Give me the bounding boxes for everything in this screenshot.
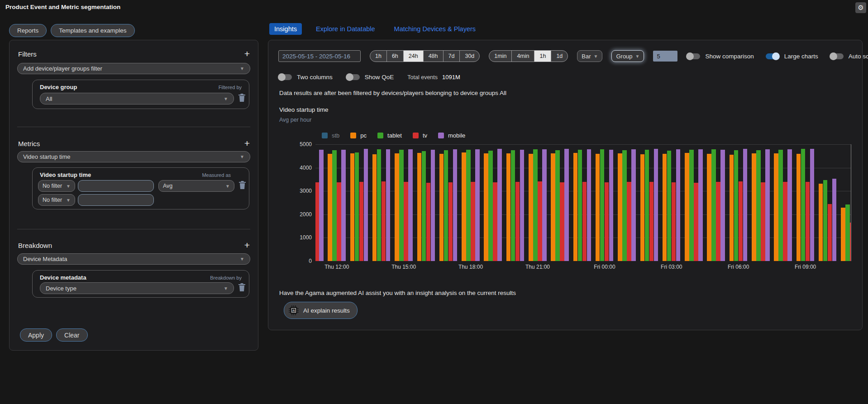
bar-tablet-22[interactable] xyxy=(801,149,806,261)
ai-explain-button[interactable]: AI AI explain results xyxy=(284,302,358,319)
bar-tablet-3[interactable] xyxy=(377,149,382,261)
bar-tv-10[interactable] xyxy=(538,181,542,261)
add-filter-select[interactable]: Add device/player groups filter ▼ xyxy=(17,63,250,74)
bar-tv-1[interactable] xyxy=(337,182,341,261)
bar-tv-14[interactable] xyxy=(627,182,631,261)
bar-tablet-17[interactable] xyxy=(689,150,694,261)
bar-mobile-8[interactable] xyxy=(497,149,502,261)
bar-tv-15[interactable] xyxy=(649,182,654,261)
bar-tablet-19[interactable] xyxy=(734,150,739,261)
group-count-input[interactable] xyxy=(653,51,677,62)
legend-item-tablet[interactable]: tablet xyxy=(377,132,402,139)
clear-button[interactable]: Clear xyxy=(56,328,87,342)
span-30d[interactable]: 30d xyxy=(459,51,479,62)
legend-item-pc[interactable]: pc xyxy=(350,132,367,139)
measure-select[interactable]: Avg ▼ xyxy=(158,180,234,192)
bar-mobile-17[interactable] xyxy=(698,149,703,261)
toggle-large-charts[interactable]: Large charts xyxy=(766,53,818,60)
bar-mobile-10[interactable] xyxy=(542,149,547,261)
bar-tablet-16[interactable] xyxy=(667,151,672,261)
bar-mobile-23[interactable] xyxy=(832,179,837,261)
resolution-1min[interactable]: 1min xyxy=(489,51,511,62)
bar-pc-7[interactable] xyxy=(462,152,466,261)
add-metric-button[interactable]: + xyxy=(244,139,250,147)
bar-tv-22[interactable] xyxy=(806,182,810,261)
bar-mobile-0[interactable] xyxy=(319,150,324,261)
bar-pc-18[interactable] xyxy=(707,154,711,261)
bar-tablet-10[interactable] xyxy=(533,149,538,261)
bar-pc-16[interactable] xyxy=(663,154,667,261)
bar-pc-4[interactable] xyxy=(395,153,399,261)
bar-tablet-7[interactable] xyxy=(466,150,471,261)
bar-tv-18[interactable] xyxy=(716,182,720,261)
bar-mobile-14[interactable] xyxy=(631,149,636,261)
delete-breakdown-button[interactable] xyxy=(237,283,246,293)
bar-tv-0[interactable] xyxy=(315,182,319,261)
reports-button[interactable]: Reports xyxy=(9,24,47,37)
bar-mobile-19[interactable] xyxy=(743,149,748,261)
tab-matching-devices-players[interactable]: Matching Devices & Players xyxy=(389,23,481,35)
bar-tv-7[interactable] xyxy=(471,182,475,261)
bar-tablet-23[interactable] xyxy=(823,180,828,261)
bar-mobile-4[interactable] xyxy=(408,149,413,261)
tab-insights[interactable]: Insights xyxy=(269,23,302,35)
toggle-switch[interactable] xyxy=(766,53,779,59)
breakdown-select[interactable]: Device Metadata ▼ xyxy=(17,253,250,265)
bar-mobile-2[interactable] xyxy=(364,149,368,261)
bar-mobile-16[interactable] xyxy=(676,149,681,261)
add-filter-button[interactable]: + xyxy=(244,50,250,58)
date-range-input[interactable] xyxy=(278,50,361,62)
apply-button[interactable]: Apply xyxy=(20,328,52,342)
bar-pc-24[interactable] xyxy=(841,208,845,261)
bar-pc-3[interactable] xyxy=(372,154,377,261)
bar-pc-20[interactable] xyxy=(752,153,756,261)
toggle-show-qoe[interactable]: Show QoE xyxy=(346,74,394,81)
toggle-two-columns[interactable]: Two columns xyxy=(278,74,333,81)
bar-tv-17[interactable] xyxy=(694,183,698,261)
bar-tv-20[interactable] xyxy=(761,182,765,261)
bar-pc-14[interactable] xyxy=(618,153,622,261)
bar-pc-2[interactable] xyxy=(350,153,355,261)
tab-explore-in-datatable[interactable]: Explore in Datatable xyxy=(311,23,380,35)
bar-mobile-20[interactable] xyxy=(765,149,770,261)
legend-item-tv[interactable]: tv xyxy=(413,132,427,139)
metric-filter1-select[interactable]: No filter ▼ xyxy=(38,180,75,192)
bar-tv-23[interactable] xyxy=(828,204,832,261)
metric-select[interactable]: Video startup time ▼ xyxy=(17,151,250,162)
add-breakdown-button[interactable]: + xyxy=(244,241,250,249)
bar-tv-6[interactable] xyxy=(448,182,453,261)
bar-pc-5[interactable] xyxy=(417,153,422,261)
bar-tv-2[interactable] xyxy=(359,182,364,261)
legend-item-mobile[interactable]: mobile xyxy=(438,132,465,139)
bar-mobile-15[interactable] xyxy=(654,149,658,261)
legend-item-stb[interactable]: stb xyxy=(322,132,339,139)
bar-tablet-20[interactable] xyxy=(756,150,761,261)
bar-tablet-12[interactable] xyxy=(578,150,582,261)
span-7d[interactable]: 7d xyxy=(443,51,460,62)
bar-tv-16[interactable] xyxy=(672,182,676,261)
bar-tablet-1[interactable] xyxy=(332,150,337,261)
toggle-switch[interactable] xyxy=(346,74,360,80)
bar-tv-11[interactable] xyxy=(560,182,564,261)
bar-tablet-11[interactable] xyxy=(555,150,560,261)
resolution-4min[interactable]: 4min xyxy=(511,51,534,62)
bar-pc-23[interactable] xyxy=(819,184,823,261)
bar-mobile-5[interactable] xyxy=(431,150,435,261)
toggle-switch[interactable] xyxy=(278,74,292,80)
bar-mobile-7[interactable] xyxy=(475,149,480,261)
bar-tv-8[interactable] xyxy=(493,182,497,261)
span-1h[interactable]: 1h xyxy=(370,51,386,62)
resolution-1d[interactable]: 1d xyxy=(551,51,568,62)
bar-pc-8[interactable] xyxy=(484,153,488,261)
metric-filter2-select[interactable]: No filter ▼ xyxy=(38,194,75,206)
bar-pc-10[interactable] xyxy=(529,154,533,261)
bar-pc-11[interactable] xyxy=(551,153,555,261)
bar-mobile-21[interactable] xyxy=(787,149,792,261)
metric-filter1-input[interactable] xyxy=(78,180,154,192)
bar-tablet-4[interactable] xyxy=(399,150,404,261)
bar-tablet-2[interactable] xyxy=(355,152,359,261)
span-24h[interactable]: 24h xyxy=(403,51,423,62)
bar-tv-5[interactable] xyxy=(426,183,431,261)
bar-tv-9[interactable] xyxy=(515,182,520,261)
bar-pc-6[interactable] xyxy=(439,154,444,261)
